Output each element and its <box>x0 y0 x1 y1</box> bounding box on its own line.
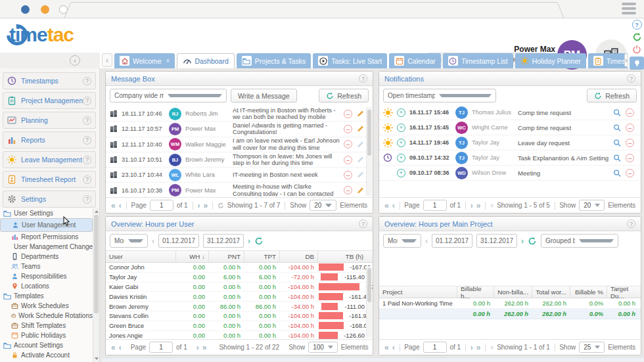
page-input[interactable] <box>423 200 447 211</box>
notification-row[interactable]: + 09.10.17 14:32 TJ Taylor Jay Task Expl… <box>379 150 641 166</box>
delete-icon[interactable]: – <box>344 186 352 194</box>
sidebar-item-leave-management[interactable]: Leave Management ? <box>3 151 96 168</box>
table-row[interactable]: Connor John 0.00 0.00 h 0.00 h -104.00 h… <box>106 263 373 273</box>
help-icon[interactable]: ? <box>83 116 91 125</box>
refresh-icon[interactable] <box>528 237 537 246</box>
edit-icon[interactable] <box>356 125 365 133</box>
help-icon[interactable]: ? <box>83 97 91 105</box>
add-icon[interactable]: + <box>397 124 405 132</box>
window-button-icon[interactable] <box>21 5 30 14</box>
dismiss-icon[interactable]: – <box>626 124 634 132</box>
view-icon[interactable] <box>612 124 622 132</box>
message-row[interactable]: 12.11.17 10:57 PM Power Max Daniel Adwar… <box>106 122 373 137</box>
next-period-icon[interactable]: › <box>248 237 250 246</box>
prev-page-icon[interactable]: ‹ <box>392 343 395 352</box>
edit-icon[interactable] <box>356 141 365 148</box>
tree-scrollbar[interactable] <box>93 208 99 362</box>
next-page-icon[interactable]: › <box>471 201 473 210</box>
prev-page-icon[interactable]: ‹ <box>119 201 122 210</box>
date-from-input[interactable]: 01.12.2017 <box>158 234 199 248</box>
next-page-icon[interactable]: › <box>197 201 200 210</box>
sidebar-item-settings[interactable]: Settings ? <box>3 191 96 208</box>
sidebar-collapse-button[interactable]: ‹ <box>70 55 80 66</box>
first-page-icon[interactable]: « <box>384 343 389 352</box>
date-to-input[interactable]: 31.12.2017 <box>203 234 244 248</box>
date-to-input[interactable]: 31.12.2017 <box>476 234 517 248</box>
page-size-select[interactable]: 100 <box>308 342 338 353</box>
tree-item-locations[interactable]: Locations <box>0 281 93 291</box>
view-icon[interactable] <box>612 154 622 162</box>
page-size-select[interactable]: 20 <box>579 200 605 211</box>
tree-item-user-management[interactable]: User Management <box>0 218 93 232</box>
page-input[interactable] <box>150 200 173 211</box>
table-row[interactable]: Kaier Gabi 0.00 0.00 h 0.00 h -104.00 h … <box>106 283 373 292</box>
edit-icon[interactable] <box>356 110 365 118</box>
tab-scroll-left[interactable]: ‹ <box>102 53 112 67</box>
tree-item-user-management-changelog[interactable]: User Management Changelog <box>0 242 93 252</box>
grouping-select[interactable]: Grouped by 1st level <box>541 234 618 248</box>
last-page-icon[interactable]: » <box>476 343 481 352</box>
sidebar-item-timesheet-report[interactable]: Timesheet Report ? <box>3 171 96 188</box>
table-row[interactable]: Davies Kristin 0.00 0.00 h 0.00 h -104.0… <box>106 292 373 302</box>
sidebar-item-planning[interactable]: Planning ? <box>3 112 96 129</box>
next-period-icon[interactable]: › <box>521 237 524 246</box>
refresh-icon[interactable] <box>254 237 264 246</box>
help-icon[interactable]: ? <box>83 136 91 145</box>
tree-item-activate-account[interactable]: Activate Account <box>0 350 93 360</box>
first-page-icon[interactable]: « <box>111 343 116 352</box>
help-icon[interactable]: ? <box>627 219 635 228</box>
table-row[interactable]: Taylor Jay 0.00 6.00 h 6.00 h -72.00 h -… <box>106 273 373 283</box>
dismiss-icon[interactable]: – <box>626 108 634 117</box>
sidebar-item-timestamps[interactable]: Timestamps ? <box>3 72 96 89</box>
last-page-icon[interactable]: » <box>476 201 481 210</box>
delete-icon[interactable]: – <box>344 140 352 148</box>
tab-projects-tasks[interactable]: Projects & Tasks <box>237 53 311 68</box>
help-icon[interactable]: ? <box>83 195 91 204</box>
message-row[interactable]: 12.11.17 10:40 WM Walker Maggie I am on … <box>106 137 373 152</box>
delete-icon[interactable]: – <box>344 171 352 179</box>
reload-icon[interactable] <box>490 344 494 351</box>
tab-welcome[interactable]: Welcome × <box>114 53 175 68</box>
edit-icon[interactable] <box>356 156 365 164</box>
write-message-button[interactable]: Write a Message <box>231 89 297 102</box>
message-row[interactable]: 18.11.17 10:46 RJ Roberts Jim At IT-meet… <box>106 106 373 122</box>
tree-item-work-schedules[interactable]: Work Schedules <box>0 301 93 311</box>
tree-item-responsibilities[interactable]: Responsibilities <box>0 271 93 281</box>
refresh-icon[interactable] <box>632 32 642 42</box>
notification-filter-select[interactable]: Open timestamp requests, Open le. <box>383 89 496 102</box>
delete-icon[interactable]: – <box>344 125 352 133</box>
tree-item-public-holidays[interactable]: Public Holidays <box>0 330 93 340</box>
prev-page-icon[interactable]: ‹ <box>119 343 122 352</box>
refresh-button[interactable]: Refresh <box>319 89 369 102</box>
tab-dashboard[interactable]: Dashboard <box>177 53 234 68</box>
tree-item-user-settings[interactable]: User Settings <box>0 208 93 218</box>
tree-item-teams[interactable]: Teams <box>0 261 93 271</box>
view-icon[interactable] <box>612 169 622 177</box>
tab-scroll-right[interactable]: › <box>624 53 628 67</box>
tree-item-report-permissions[interactable]: Report Permissions <box>0 232 93 242</box>
message-row[interactable]: 31.10.17 10:51 BJ Brown Jeremy Thompson … <box>106 152 373 168</box>
message-row[interactable]: 16.10.17 10:38 PM Power Max Meeting in-h… <box>106 183 373 196</box>
tree-item-account-settings[interactable]: Account Settings <box>0 340 93 350</box>
prev-period-icon[interactable]: ‹ <box>425 237 428 246</box>
tab-timestamp-list[interactable]: Timestamp List <box>443 53 513 68</box>
menu-icon[interactable] <box>622 3 636 16</box>
table-row[interactable]: Brown Jeremy 0.00 86.00 h 86.00 h -34.00… <box>106 302 373 311</box>
tree-item-templates[interactable]: Templates <box>0 291 93 301</box>
tree-item-work-schedule-rotations[interactable]: Work Schedule Rotations <box>0 311 93 321</box>
close-icon[interactable]: × <box>166 57 170 64</box>
add-icon[interactable]: + <box>397 169 405 177</box>
sidebar-item-project-management[interactable]: Project Management ? <box>3 92 96 109</box>
notification-row[interactable]: + 16.11.17 15:45 WC Wright Carrie Comp t… <box>379 120 641 135</box>
table-row[interactable]: Green Bruce 0.00 0.00 h 0.00 h -104.00 h… <box>106 321 373 331</box>
power-icon[interactable] <box>632 45 641 54</box>
edit-icon[interactable] <box>356 171 365 179</box>
help-icon[interactable]: ? <box>627 74 635 83</box>
date-from-input[interactable]: 01.12.2017 <box>432 234 472 248</box>
dismiss-icon[interactable]: – <box>626 154 634 162</box>
dismiss-icon[interactable]: – <box>626 139 634 147</box>
table-row[interactable]: 1 Paid Non-Working Time 0.00 h 262.00 h … <box>379 298 641 309</box>
dismiss-icon[interactable]: – <box>626 169 634 177</box>
prev-page-icon[interactable]: ‹ <box>392 201 395 210</box>
first-page-icon[interactable]: « <box>111 201 116 210</box>
